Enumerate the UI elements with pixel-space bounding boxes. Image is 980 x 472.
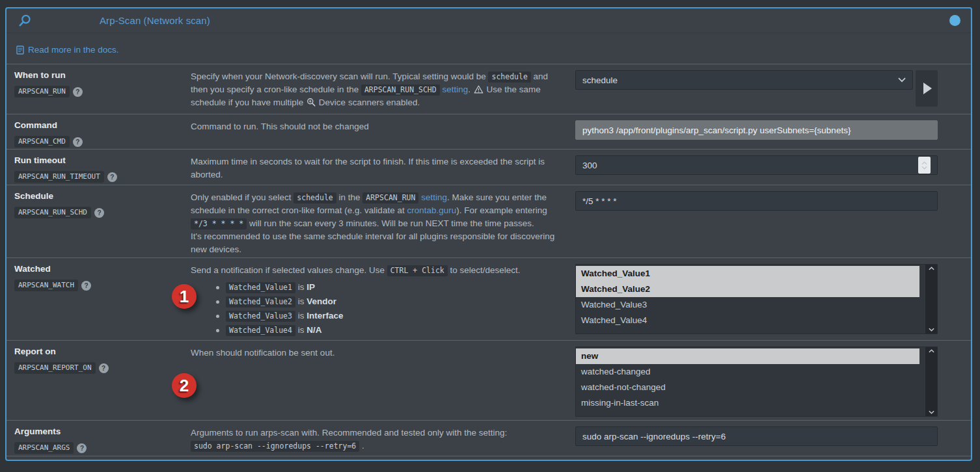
list-item: Watched_Value1 is IP	[215, 280, 561, 295]
setting-key: ARPSCAN_RUN_SCHD	[14, 207, 91, 218]
setting-label: Watched	[14, 264, 186, 274]
inline-code: schedule	[293, 192, 336, 203]
option-Watched_Value2[interactable]: Watched_Value2	[576, 282, 919, 297]
book-icon	[16, 46, 24, 55]
list-item: Watched_Value4 is N/A	[215, 323, 561, 337]
setting-label: Schedule	[14, 191, 186, 201]
setting-row-run-timeout: Run timeoutARPSCAN_RUN_TIMEOUT?Maximum t…	[7, 150, 971, 185]
step-badge-2: 2	[172, 373, 197, 398]
option-watched-not-changed[interactable]: watched-not-changed	[576, 380, 919, 395]
setting-row-when-to-run: When to runARPSCAN_RUN?Specify when your…	[7, 64, 971, 114]
inline-code: Watched_Value3	[226, 311, 295, 322]
setting-description: Arguments to run arps-scan with. Recomme…	[186, 421, 570, 456]
search-icon[interactable]	[18, 14, 32, 27]
setting-label: Run timeout	[14, 155, 186, 165]
setting-description: When should notification be sent out.	[186, 341, 570, 420]
setting-key: ARPSCAN_WATCH	[14, 280, 78, 291]
bullet-value: N/A	[306, 325, 321, 335]
setting-row-report-on: Report onARPSCAN_REPORT_ON?When should n…	[7, 341, 971, 421]
number-stepper[interactable]	[918, 157, 931, 174]
inline-link[interactable]: setting	[421, 192, 447, 202]
schedule-input[interactable]: */5 * * * *	[575, 191, 938, 211]
bullet-value: IP	[306, 282, 315, 292]
setting-description: Command to run. This should not be chang…	[186, 114, 570, 149]
help-icon[interactable]: ?	[77, 443, 87, 453]
setting-label: Command	[14, 120, 186, 130]
zoom-in-icon	[306, 98, 316, 107]
when-to-run-select[interactable]: schedule	[575, 70, 913, 90]
setting-description: Maximum time in seconds to wait for the …	[186, 150, 570, 185]
step-badge-1: 1	[172, 284, 197, 309]
warning-icon	[474, 85, 483, 94]
chevron-down-small	[921, 166, 927, 170]
option-new[interactable]: new	[576, 348, 919, 364]
setting-description: Specify when your Network-discovery scan…	[186, 64, 570, 114]
help-icon[interactable]: ?	[99, 363, 109, 373]
run-plugin-button[interactable]	[916, 70, 938, 107]
chevron-up-small	[929, 349, 934, 353]
setting-label: Report on	[14, 347, 186, 356]
inline-link[interactable]: setting	[442, 85, 468, 94]
setting-key: ARPSCAN_ARGS	[14, 442, 74, 454]
bullet-value: Interface	[306, 311, 343, 321]
inline-code: ARPSCAN_RUN_SCHD	[361, 85, 440, 96]
option-Watched_Value3[interactable]: Watched_Value3	[576, 297, 919, 313]
setting-row-arguments: ArgumentsARPSCAN_ARGS?Arguments to run a…	[7, 421, 971, 456]
option-watched-changed[interactable]: watched-changed	[576, 364, 919, 380]
inline-code: Watched_Value1	[226, 282, 295, 293]
docs-row: Read more in the docs.	[7, 33, 971, 64]
help-icon[interactable]: ?	[73, 137, 83, 147]
setting-label: When to run	[14, 70, 186, 80]
docs-link-label: Read more in the docs.	[28, 45, 119, 55]
select-value: schedule	[582, 75, 618, 85]
setting-row-schedule: ScheduleARPSCAN_RUN_SCHD?Only enabled if…	[7, 185, 971, 258]
list-item: Watched_Value2 is Vendor	[215, 295, 561, 309]
chevron-down-icon	[898, 77, 906, 83]
setting-key: ARPSCAN_RUN	[14, 86, 70, 98]
help-icon[interactable]: ?	[73, 87, 83, 97]
settings-rows: When to runARPSCAN_RUN?Specify when your…	[7, 64, 971, 456]
plugin-status-indicator[interactable]	[949, 15, 960, 26]
help-icon[interactable]: ?	[81, 281, 91, 291]
inline-code: Watched_Value4	[226, 325, 295, 336]
listbox-scrollbar[interactable]	[925, 347, 937, 416]
command-input: python3 /app/front/plugins/arp_scan/scri…	[575, 120, 938, 140]
input-value: sudo arp-scan --ignoredups --retry=6	[582, 432, 726, 441]
input-value: python3 /app/front/plugins/arp_scan/scri…	[582, 125, 851, 135]
help-icon[interactable]: ?	[94, 208, 104, 218]
setting-label: Arguments	[14, 426, 186, 436]
setting-key: ARPSCAN_REPORT_ON	[14, 362, 96, 374]
inline-link[interactable]: crontab.guru	[407, 205, 456, 215]
plugin-settings-panel: Arp-Scan (Network scan) Read more in the…	[5, 7, 972, 461]
run-timeout-input[interactable]: 300	[575, 155, 938, 175]
inline-code: ARPSCAN_RUN	[362, 192, 418, 203]
option-Watched_Value1[interactable]: Watched_Value1	[576, 266, 919, 282]
inline-code: Watched_Value2	[226, 296, 295, 308]
inline-code: CTRL + Click	[387, 265, 448, 276]
option-missing-in-last-scan[interactable]: missing-in-last-scan	[576, 395, 919, 411]
setting-row-watched: WatchedARPSCAN_WATCH?Send a notification…	[7, 258, 971, 341]
help-icon[interactable]: ?	[107, 172, 117, 182]
setting-key: ARPSCAN_CMD	[14, 136, 70, 148]
list-item: Watched_Value3 is Interface	[215, 309, 561, 323]
report-on-listbox: newwatched-changedwatched-not-changedmis…	[575, 347, 938, 417]
inline-code: */3 * * * *	[191, 218, 247, 229]
setting-row-command: CommandARPSCAN_CMD?Command to run. This …	[7, 114, 971, 150]
play-icon	[923, 83, 932, 94]
input-value: */5 * * * *	[582, 196, 617, 206]
option-Watched_Value4[interactable]: Watched_Value4	[576, 313, 919, 328]
setting-description: Only enabled if you select schedule in t…	[186, 185, 570, 257]
page-title: Arp-Scan (Network scan)	[100, 15, 210, 26]
setting-description: Send a notification if selected values c…	[186, 258, 570, 340]
arguments-input[interactable]: sudo arp-scan --ignoredups --retry=6	[575, 426, 938, 446]
chevron-down-small	[929, 410, 934, 414]
chevron-down-small	[929, 328, 934, 332]
listbox-scrollbar[interactable]	[925, 265, 937, 334]
docs-link[interactable]: Read more in the docs.	[16, 45, 119, 55]
panel-header: Arp-Scan (Network scan)	[7, 8, 971, 33]
watched-values-list: Watched_Value1 is IPWatched_Value2 is Ve…	[215, 280, 561, 337]
chevron-up-small	[921, 161, 927, 165]
chevron-up-small	[929, 267, 934, 270]
setting-key: ARPSCAN_RUN_TIMEOUT	[14, 171, 104, 183]
inline-code: schedule	[488, 72, 530, 83]
